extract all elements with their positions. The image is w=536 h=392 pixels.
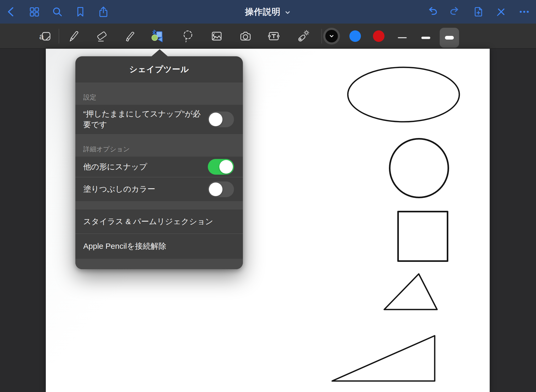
drawn-circle xyxy=(390,139,448,197)
fill-color-toggle[interactable] xyxy=(208,181,234,197)
eraser-tool-icon[interactable] xyxy=(95,29,109,43)
svg-text:a: a xyxy=(39,32,44,41)
pen-cross-icon[interactable] xyxy=(494,5,508,19)
top-nav-bar: 操作説明 xyxy=(0,0,536,24)
thickness-thick-button-selected[interactable] xyxy=(440,28,459,48)
document-title: 操作説明 xyxy=(245,6,281,18)
title-chevron-down-icon xyxy=(284,9,291,16)
nav-right-group xyxy=(425,0,531,24)
tool-bar: a xyxy=(0,24,536,49)
redo-icon[interactable] xyxy=(448,5,462,19)
lasso-tool-icon[interactable] xyxy=(181,29,195,43)
medium-line-glyph xyxy=(421,37,430,39)
drawn-triangle xyxy=(384,274,437,310)
row-label: 塗りつぶしのカラー xyxy=(83,184,155,195)
section-label: 詳細オプション xyxy=(83,145,130,153)
toolbar-divider xyxy=(321,29,322,43)
highlighter-tool-icon[interactable] xyxy=(124,29,137,43)
row-fill-color[interactable]: 塗りつぶしのカラー xyxy=(75,177,243,201)
color-swatch-blue[interactable] xyxy=(349,30,361,42)
zoom-window-icon[interactable]: a xyxy=(38,29,52,43)
undo-icon[interactable] xyxy=(425,5,439,19)
row-disconnect-apple-pencil[interactable]: Apple Pencilを接続解除 xyxy=(75,234,243,259)
thickness-thin-button[interactable] xyxy=(393,28,412,48)
shape-tool-icon[interactable] xyxy=(150,29,164,43)
snap-to-shapes-toggle[interactable] xyxy=(208,159,234,175)
row-hold-to-snap[interactable]: “押したままにしてスナップ”が必要です xyxy=(75,105,243,134)
toolbar-divider xyxy=(59,29,59,43)
image-tool-icon[interactable] xyxy=(210,29,224,43)
color-swatch-red[interactable] xyxy=(373,30,384,42)
section-spacer xyxy=(75,201,243,209)
row-snap-to-shapes[interactable]: 他の形にスナップ xyxy=(75,157,243,177)
drawn-right-triangle xyxy=(332,336,435,381)
row-label: Apple Pencilを接続解除 xyxy=(83,241,166,252)
add-page-icon[interactable] xyxy=(471,5,485,19)
chevron-down-icon xyxy=(329,33,334,39)
thin-line-glyph xyxy=(398,37,407,38)
toggle-knob xyxy=(209,113,222,126)
drawn-square xyxy=(398,212,448,261)
thick-line-glyph xyxy=(445,36,454,40)
pen-tool-icon[interactable] xyxy=(67,29,80,43)
toggle-knob xyxy=(209,183,222,196)
section-header-settings: 設定 xyxy=(75,82,243,105)
bluetooth-icon xyxy=(153,30,155,35)
app-root: 操作説明 xyxy=(0,0,536,392)
toggle-knob xyxy=(219,160,233,174)
row-stylus-palm-rejection[interactable]: スタイラス & パームリジェクション xyxy=(75,209,243,234)
thickness-medium-button[interactable] xyxy=(416,28,436,48)
popup-title: シェイプツール xyxy=(75,56,243,82)
section-label: 設定 xyxy=(83,93,96,102)
camera-tool-icon[interactable] xyxy=(239,29,252,43)
row-label: “押したままにしてスナップ”が必要です xyxy=(83,109,208,130)
black-color xyxy=(325,30,338,42)
section-header-advanced: 詳細オプション xyxy=(75,134,243,157)
color-swatch-black-selected[interactable] xyxy=(323,28,340,45)
text-tool-icon[interactable] xyxy=(267,29,281,43)
row-label: 他の形にスナップ xyxy=(83,162,147,172)
laser-pointer-tool-icon[interactable] xyxy=(296,29,310,43)
more-dots-icon[interactable] xyxy=(517,5,531,19)
drawn-ellipse xyxy=(348,67,459,122)
shape-tool-popup: シェイプツール 設定 “押したままにしてスナップ”が必要です 詳細オプション 他… xyxy=(75,56,243,269)
hold-to-snap-toggle[interactable] xyxy=(208,112,234,127)
section-spacer xyxy=(75,259,243,269)
row-label: スタイラス & パームリジェクション xyxy=(83,216,213,227)
